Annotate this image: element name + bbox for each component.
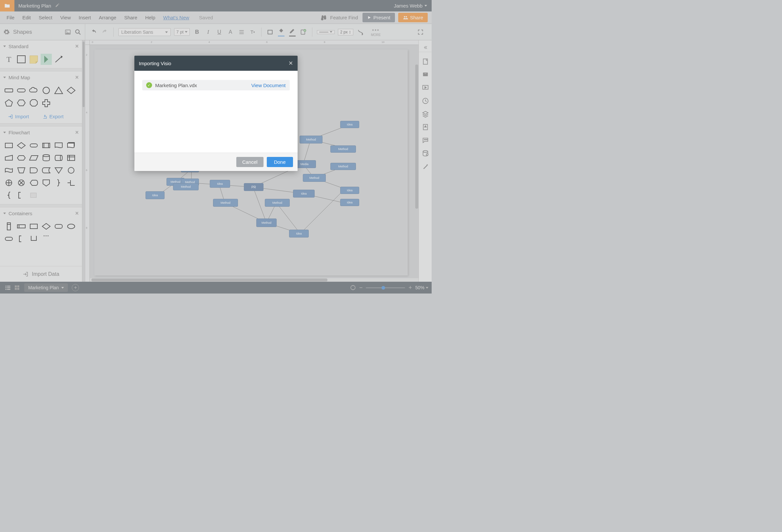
done-button[interactable]: Done bbox=[267, 157, 293, 167]
file-name: Marketing Plan.vdx bbox=[155, 82, 248, 88]
modal-overlay[interactable]: Importing Visio × ✓ Marketing Plan.vdx V… bbox=[0, 0, 432, 294]
view-document-link[interactable]: View Document bbox=[251, 82, 286, 88]
cancel-button[interactable]: Cancel bbox=[236, 157, 263, 167]
close-icon[interactable]: × bbox=[289, 59, 293, 68]
modal-body: ✓ Marketing Plan.vdx View Document bbox=[134, 71, 297, 153]
modal-footer: Cancel Done bbox=[134, 153, 297, 171]
modal-header: Importing Visio × bbox=[134, 56, 297, 71]
check-icon: ✓ bbox=[146, 82, 152, 88]
modal-title: Importing Visio bbox=[139, 61, 171, 66]
imported-file-row: ✓ Marketing Plan.vdx View Document bbox=[142, 80, 290, 90]
import-visio-modal: Importing Visio × ✓ Marketing Plan.vdx V… bbox=[134, 56, 297, 171]
